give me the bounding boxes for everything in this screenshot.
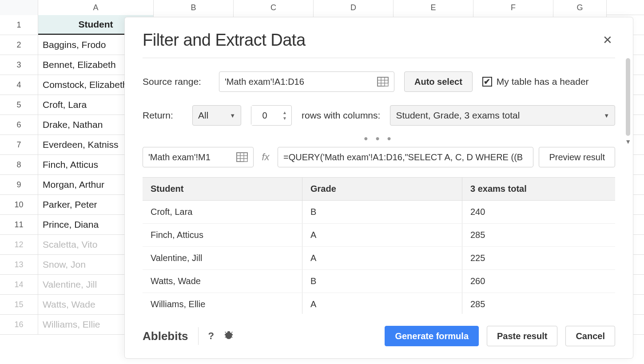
- return-row: Return: All ▼ ▲ ▼ rows with columns: Stu…: [143, 105, 615, 126]
- row-header[interactable]: 12: [0, 235, 38, 254]
- svg-point-10: [227, 332, 231, 338]
- dialog-title: Filter and Extract Data: [143, 31, 306, 50]
- column-header-row: ABCDEFG: [0, 0, 644, 15]
- preview-result-button[interactable]: Preview result: [539, 147, 615, 167]
- results-cell: Croft, Lara: [143, 201, 302, 223]
- step-down-icon[interactable]: ▼: [282, 116, 287, 121]
- chevron-down-icon: ▼: [230, 112, 235, 119]
- column-header[interactable]: C: [234, 0, 314, 15]
- results-cell: A: [302, 293, 462, 314]
- results-row: Croft, LaraB240: [143, 201, 615, 224]
- results-cell: A: [302, 247, 462, 269]
- source-range-input[interactable]: 'Math exam'!A1:D16: [219, 71, 394, 92]
- row-header[interactable]: 13: [0, 255, 38, 274]
- formula-row: 'Math exam'!M1 fx =QUERY('Math exam'!A1:…: [143, 147, 615, 167]
- column-header[interactable]: D: [314, 0, 394, 15]
- header-checkbox[interactable]: ✔ My table has a header: [482, 76, 589, 87]
- results-cell: 260: [462, 270, 615, 293]
- row-header[interactable]: 9: [0, 175, 38, 194]
- return-label: Return:: [143, 110, 183, 121]
- scrollbar-thumb[interactable]: [626, 58, 630, 136]
- return-mode-select[interactable]: All ▼: [192, 105, 241, 126]
- drag-handle-icon[interactable]: ● ● ●: [143, 135, 615, 142]
- formula-input[interactable]: =QUERY('Math exam'!A1:D16,"SELECT A, C, …: [278, 147, 533, 167]
- header-checkbox-label: My table has a header: [497, 76, 589, 87]
- column-header[interactable]: B: [154, 0, 234, 15]
- results-cell: 285: [462, 293, 615, 314]
- source-range-label: Source range:: [143, 76, 209, 87]
- dialog-footer: Ablebits ? Generate formula Paste result…: [125, 314, 633, 358]
- destination-input[interactable]: 'Math exam'!M1: [143, 147, 254, 167]
- column-header[interactable]: A: [38, 0, 154, 15]
- generate-formula-button[interactable]: Generate formula: [385, 326, 479, 346]
- row-header[interactable]: 4: [0, 75, 38, 95]
- select-all-corner[interactable]: [0, 0, 38, 15]
- dialog-header: Filter and Extract Data ✕: [125, 17, 633, 58]
- row-header[interactable]: 15: [0, 295, 38, 314]
- source-range-value: 'Math exam'!A1:D16: [225, 77, 304, 87]
- column-header[interactable]: G: [553, 0, 607, 15]
- results-header: Student: [143, 178, 302, 200]
- row-header[interactable]: 6: [0, 115, 38, 135]
- svg-rect-0: [378, 77, 388, 86]
- auto-select-button[interactable]: Auto select: [404, 71, 473, 92]
- column-header[interactable]: F: [473, 0, 553, 15]
- row-header[interactable]: 14: [0, 275, 38, 294]
- range-picker-icon[interactable]: [377, 77, 389, 87]
- results-cell: B: [302, 270, 462, 293]
- results-cell: A: [302, 224, 462, 246]
- results-row: Watts, WadeB260: [143, 270, 615, 293]
- row-header[interactable]: 5: [0, 95, 38, 115]
- results-cell: B: [302, 201, 462, 223]
- scroll-down-icon[interactable]: ▼: [625, 138, 631, 145]
- rows-with-columns-label: rows with columns:: [302, 110, 380, 121]
- destination-value: 'Math exam'!M1: [148, 152, 211, 162]
- return-count-input[interactable]: [251, 106, 278, 125]
- results-header: Grade: [302, 178, 462, 200]
- results-header-row: Student Grade 3 exams total: [143, 178, 615, 201]
- checkbox-icon: ✔: [482, 77, 492, 87]
- row-header[interactable]: 8: [0, 155, 38, 174]
- results-row: Valentine, JillA225: [143, 247, 615, 270]
- paste-result-button[interactable]: Paste result: [487, 326, 557, 346]
- formula-value: =QUERY('Math exam'!A1:D16,"SELECT A, C, …: [283, 152, 523, 162]
- results-table: Student Grade 3 exams total Croft, LaraB…: [143, 177, 615, 314]
- svg-rect-3: [378, 77, 388, 80]
- help-icon[interactable]: ?: [208, 330, 214, 342]
- return-count-stepper[interactable]: ▲ ▼: [251, 105, 292, 126]
- row-header[interactable]: 10: [0, 195, 38, 214]
- row-header[interactable]: 7: [0, 135, 38, 154]
- columns-select-value: Student, Grade, 3 exams total: [396, 110, 520, 121]
- results-cell: Valentine, Jill: [143, 247, 302, 269]
- row-header[interactable]: 11: [0, 215, 38, 234]
- return-mode-value: All: [198, 110, 208, 121]
- brand-logo: Ablebits: [143, 329, 188, 343]
- range-picker-icon[interactable]: [236, 152, 248, 162]
- close-icon[interactable]: ✕: [600, 31, 615, 50]
- bug-icon[interactable]: [224, 330, 234, 342]
- results-cell: 225: [462, 247, 615, 269]
- results-cell: Finch, Atticus: [143, 224, 302, 246]
- fx-icon: fx: [259, 151, 272, 163]
- svg-rect-6: [237, 153, 240, 162]
- row-header[interactable]: 1: [0, 15, 38, 35]
- source-range-row: Source range: 'Math exam'!A1:D16 Auto se…: [143, 71, 615, 92]
- chevron-down-icon: ▼: [604, 112, 609, 119]
- svg-rect-8: [237, 153, 247, 156]
- column-header[interactable]: E: [394, 0, 473, 15]
- row-header[interactable]: 16: [0, 315, 38, 334]
- step-up-icon[interactable]: ▲: [282, 110, 287, 115]
- results-row: Finch, AtticusA285: [143, 224, 615, 247]
- row-header[interactable]: 3: [0, 55, 38, 75]
- results-cell: 285: [462, 224, 615, 246]
- filter-extract-dialog: Filter and Extract Data ✕ ▼ Source range…: [124, 17, 633, 359]
- cancel-button[interactable]: Cancel: [565, 326, 615, 346]
- results-cell: Watts, Wade: [143, 270, 302, 293]
- results-header: 3 exams total: [462, 178, 615, 200]
- svg-rect-5: [237, 153, 247, 162]
- svg-rect-1: [378, 77, 381, 86]
- columns-select[interactable]: Student, Grade, 3 exams total ▼: [390, 105, 615, 126]
- results-cell: 240: [462, 201, 615, 223]
- row-header[interactable]: 2: [0, 35, 38, 55]
- dialog-body: ▼ Source range: 'Math exam'!A1:D16 Auto …: [125, 58, 633, 314]
